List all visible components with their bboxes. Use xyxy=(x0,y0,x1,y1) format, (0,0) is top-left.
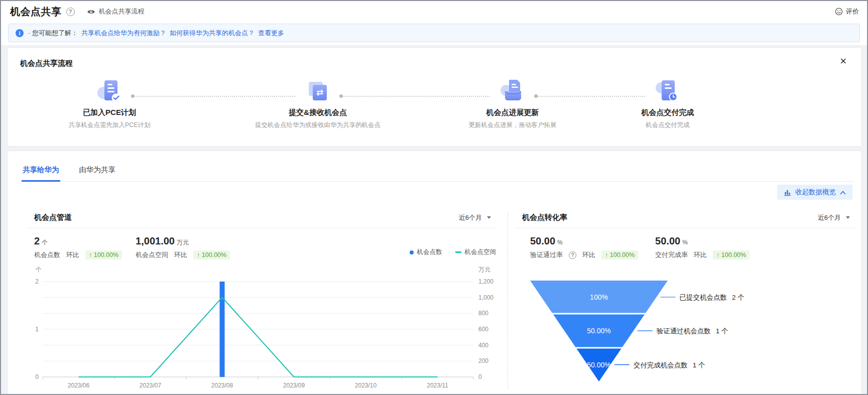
compare-label: 环比 xyxy=(66,250,79,259)
svg-text:0: 0 xyxy=(478,373,482,380)
flow-panel: 机会点共享流程 × 已加入PCE计划 共享机会点需先加入PCE计划 xyxy=(7,47,862,147)
svg-text:200: 200 xyxy=(478,357,488,364)
flow-guide-link[interactable]: 机会点共享流程 xyxy=(87,7,145,16)
help-icon-verify-rate[interactable]: ? xyxy=(569,251,576,259)
svg-text:400: 400 xyxy=(478,342,488,349)
legend-line-icon xyxy=(455,251,461,253)
caret-down-icon xyxy=(487,216,491,219)
feedback-label: 评价 xyxy=(846,7,859,16)
svg-text:万元: 万元 xyxy=(478,266,490,273)
svg-text:2: 2 xyxy=(35,278,39,285)
svg-text:2023/11: 2023/11 xyxy=(427,382,448,389)
stat-meta: 验证通过率 ? 环比 ↑ 100.00% xyxy=(530,250,638,259)
bar-chart-icon xyxy=(784,189,791,196)
feedback-button[interactable]: 评价 xyxy=(835,7,859,16)
legend-item-count[interactable]: 机会点数 xyxy=(410,248,442,256)
stat-opportunity-space: 1,001.00万元 机会点空间 环比 ↑ 100.00% xyxy=(136,235,230,259)
range-value: 近6个月 xyxy=(818,213,841,222)
flow-step-submit-receive: ⇄ 提交&接收机会点 提交机会点给华为或接收由华为共享的机会点 xyxy=(237,78,398,129)
info-icon: i xyxy=(16,29,24,37)
pipeline-range-select[interactable]: 近6个月 xyxy=(459,213,491,222)
banner-link-how-to-get[interactable]: 如何获得华为共享的机会点？ xyxy=(170,29,255,38)
stat-meta: 机会点空间 环比 ↑ 100.00% xyxy=(136,250,230,259)
bar[interactable] xyxy=(220,282,225,377)
line-series xyxy=(79,298,438,377)
caret-down-icon xyxy=(846,216,850,219)
legend-dot-icon xyxy=(410,250,414,254)
flow-guide-label: 机会点共享流程 xyxy=(99,7,145,16)
doc-check-icon xyxy=(96,78,123,105)
title-row: 机会点共享 ? 机会点共享流程 评价 xyxy=(10,1,859,22)
conversion-range-select[interactable]: 近6个月 xyxy=(818,213,850,222)
range-value: 近6个月 xyxy=(459,213,482,222)
conversion-panel: 机会点转化率 近6个月 50.00% 验证通过率 ? 环比 ↑ 100.00% xyxy=(516,210,856,393)
step-desc: 共享机会点需先加入PCE计划 xyxy=(29,121,190,129)
funnel-stage-label: 已提交机会点数2 个 xyxy=(680,294,745,301)
step-desc: 机会点交付完成 xyxy=(587,121,748,129)
stat-opportunity-count: 2个 机会点数 环比 ↑ 100.00% xyxy=(34,235,122,259)
conversion-stats: 50.00% 验证通过率 ? 环比 ↑ 100.00% 50.00% 交付完成率 xyxy=(516,228,856,259)
funnel-pct-label: 100% xyxy=(590,293,608,301)
stat-value: 50.00% xyxy=(655,235,750,247)
funnel-pct-label: 50.00% xyxy=(587,361,610,369)
step-title: 机会点交付完成 xyxy=(587,108,748,117)
step-title: 已加入PCE计划 xyxy=(29,108,190,117)
chart-legend: 机会点数 机会点空间 xyxy=(410,248,497,256)
svg-text:1,000: 1,000 xyxy=(478,294,493,301)
page-title: 机会点共享 xyxy=(10,5,62,19)
tab-bar: 共享给华为 由华为共享 xyxy=(22,165,854,182)
svg-text:0: 0 xyxy=(35,373,39,380)
svg-text:800: 800 xyxy=(478,310,488,317)
svg-text:2023/09: 2023/09 xyxy=(283,382,305,389)
svg-text:1,200: 1,200 xyxy=(478,278,493,285)
doc-inbox-icon xyxy=(499,78,526,105)
pipeline-chart: 2023/062023/072023/082023/092023/102023/… xyxy=(32,264,501,393)
step-title: 机会点进展更新 xyxy=(432,108,593,117)
stat-label: 交付完成率 xyxy=(655,250,688,259)
exchange-icon: ⇄ xyxy=(304,78,331,105)
help-icon[interactable]: ? xyxy=(66,8,75,16)
legend-item-space[interactable]: 机会点空间 xyxy=(455,248,497,256)
stat-meta: 机会点数 环比 ↑ 100.00% xyxy=(34,250,122,259)
stat-label: 验证通过率 xyxy=(530,250,563,259)
step-desc: 更新机会点进展，推动客户拓展 xyxy=(432,121,593,129)
pipeline-panel: 机会点管道 近6个月 2个 机会点数 环比 ↑ 100.00% xyxy=(28,210,497,393)
step-title: 提交&接收机会点 xyxy=(237,108,398,117)
banner-more-link[interactable]: 查看更多 xyxy=(258,29,284,38)
stat-deliver-rate: 50.00% 交付完成率 环比 ↑ 100.00% xyxy=(655,235,750,259)
stat-label: 机会点空间 xyxy=(136,250,168,259)
data-overview-card: 共享给华为 由华为共享 收起数据概览 机会点管道 近6个月 xyxy=(7,151,862,395)
collapse-overview-button[interactable]: 收起数据概览 xyxy=(777,185,852,200)
pipeline-header: 机会点管道 近6个月 xyxy=(28,210,497,228)
tab-share-to-huawei[interactable]: 共享给华为 xyxy=(22,165,60,182)
chevron-up-icon xyxy=(840,190,846,195)
svg-text:600: 600 xyxy=(478,326,488,333)
funnel-stage-label: 验证通过机会点数1 个 xyxy=(657,327,728,335)
svg-text:2023/06: 2023/06 xyxy=(68,382,90,389)
svg-text:2023/08: 2023/08 xyxy=(211,382,233,389)
opportunity-sharing-page: 机会点共享 ? 机会点共享流程 评价 i · 您可能想了解： xyxy=(0,0,868,395)
tab-shared-by-huawei[interactable]: 由华为共享 xyxy=(78,165,117,181)
info-banner: i · 您可能想了解： 共享机会点给华为有何激励？ 如何获得华为共享的机会点？ … xyxy=(8,24,860,42)
svg-text:个: 个 xyxy=(35,266,42,273)
delta-badge: ↑ 100.00% xyxy=(601,250,638,259)
banner-text: · 您可能想了解： xyxy=(28,29,78,38)
y-axis-left: 个012 xyxy=(35,266,42,380)
stat-verify-rate: 50.00% 验证通过率 ? 环比 ↑ 100.00% xyxy=(530,235,638,259)
delta-badge: ↑ 100.00% xyxy=(193,250,230,259)
funnel-stage-label: 交付完成机会点数1 个 xyxy=(634,361,705,369)
conversion-title: 机会点转化率 xyxy=(522,213,567,222)
flow-step-delivery-complete: 机会点交付完成 机会点交付完成 xyxy=(587,78,748,129)
close-icon[interactable]: × xyxy=(840,56,846,67)
pipeline-title: 机会点管道 xyxy=(34,213,72,222)
svg-text:1: 1 xyxy=(35,326,39,333)
svg-text:2023/07: 2023/07 xyxy=(140,382,162,389)
funnel-pct-label: 50.00% xyxy=(587,327,610,335)
stat-label: 机会点数 xyxy=(34,250,60,259)
banner-link-incentive[interactable]: 共享机会点给华为有何激励？ xyxy=(81,29,166,38)
delta-badge: ↑ 100.00% xyxy=(713,250,750,259)
page-header: 机会点共享 ? 机会点共享流程 评价 i · 您可能想了解： xyxy=(1,1,867,45)
stat-value: 50.00% xyxy=(530,235,638,247)
delta-badge: ↑ 100.00% xyxy=(85,250,122,259)
doc-clock-icon xyxy=(654,78,681,105)
